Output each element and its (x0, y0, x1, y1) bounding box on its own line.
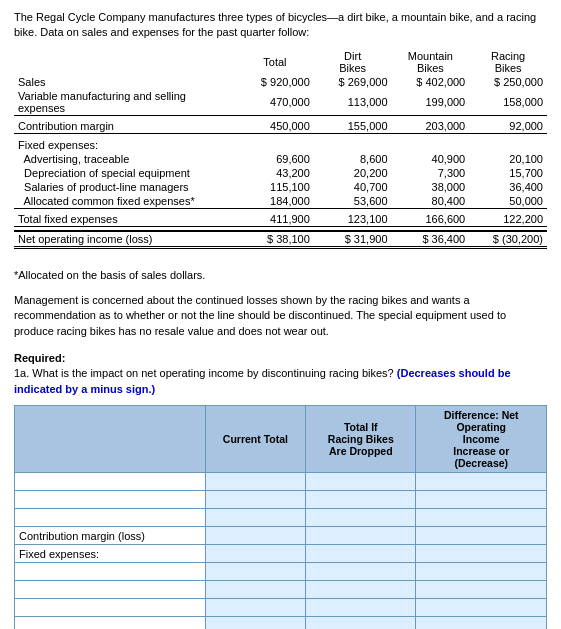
input-row[interactable] (15, 509, 547, 527)
table-row: Advertising, traceable 69,600 8,600 40,9… (14, 152, 547, 166)
row-dirt (314, 138, 392, 152)
difference-input[interactable] (420, 602, 542, 614)
total-if-input[interactable] (310, 530, 411, 542)
table-row: Total fixed expenses 411,900 123,100 166… (14, 212, 547, 227)
difference-input[interactable] (420, 494, 542, 506)
input-row[interactable] (15, 599, 547, 617)
input-current[interactable] (205, 599, 305, 617)
input-current[interactable] (205, 563, 305, 581)
row-racing: 36,400 (469, 180, 547, 194)
col-header-total: Total (236, 49, 314, 75)
row-total: 43,200 (236, 166, 314, 180)
row-dirt: 40,700 (314, 180, 392, 194)
table-row: Salaries of product-line managers 115,10… (14, 180, 547, 194)
row-label: Variable manufacturing and selling expen… (14, 89, 236, 116)
total-if-input[interactable] (310, 512, 411, 524)
total-if-input[interactable] (310, 566, 411, 578)
row-dirt: 20,200 (314, 166, 392, 180)
row-total (236, 138, 314, 152)
input-difference[interactable] (416, 599, 547, 617)
current-input[interactable] (210, 620, 301, 629)
current-input[interactable] (210, 548, 301, 560)
row-dirt: 53,600 (314, 194, 392, 209)
input-row[interactable] (15, 491, 547, 509)
total-if-input[interactable] (310, 620, 411, 629)
input-total-if[interactable] (306, 527, 416, 545)
current-input[interactable] (210, 566, 301, 578)
input-row[interactable] (15, 581, 547, 599)
input-difference[interactable] (416, 581, 547, 599)
input-total-if[interactable] (306, 473, 416, 491)
difference-input[interactable] (420, 512, 542, 524)
input-row[interactable] (15, 617, 547, 629)
total-if-input[interactable] (310, 476, 411, 488)
input-difference[interactable] (416, 563, 547, 581)
input-difference[interactable] (416, 509, 547, 527)
row-label: Fixed expenses: (14, 138, 236, 152)
input-current[interactable] (205, 509, 305, 527)
input-total-if[interactable] (306, 599, 416, 617)
current-input[interactable] (210, 512, 301, 524)
row-mountain: 40,900 (392, 152, 470, 166)
input-difference[interactable] (416, 617, 547, 629)
question-text: 1a. What is the impact on net operating … (14, 367, 394, 379)
input-current[interactable] (205, 527, 305, 545)
current-input[interactable] (210, 530, 301, 542)
row-dirt: 8,600 (314, 152, 392, 166)
col-header-total-if: Total IfRacing BikesAre Dropped (306, 406, 416, 473)
management-text: Management is concerned about the contin… (14, 293, 547, 339)
difference-input[interactable] (420, 530, 542, 542)
difference-input[interactable] (420, 584, 542, 596)
input-difference[interactable] (416, 527, 547, 545)
input-total-if[interactable] (306, 491, 416, 509)
row-dirt: 155,000 (314, 119, 392, 134)
input-difference[interactable] (416, 473, 547, 491)
input-total-if[interactable] (306, 617, 416, 629)
row-label: Allocated common fixed expenses* (14, 194, 236, 209)
interactive-table: Current Total Total IfRacing BikesAre Dr… (14, 405, 547, 629)
current-input[interactable] (210, 494, 301, 506)
row-dirt: 123,100 (314, 212, 392, 227)
row-racing: $ 250,000 (469, 75, 547, 89)
input-current[interactable] (205, 545, 305, 563)
row-racing: 15,700 (469, 166, 547, 180)
input-total-if[interactable] (306, 509, 416, 527)
row-label-cell (15, 509, 206, 527)
row-total: 470,000 (236, 89, 314, 116)
input-total-if[interactable] (306, 581, 416, 599)
input-total-if[interactable] (306, 563, 416, 581)
col-header-difference: Difference: NetOperatingIncomeIncrease o… (416, 406, 547, 473)
input-difference[interactable] (416, 545, 547, 563)
total-if-input[interactable] (310, 494, 411, 506)
row-label: Sales (14, 75, 236, 89)
row-label: Net operating income (loss) (14, 231, 236, 248)
table-row: Variable manufacturing and selling expen… (14, 89, 547, 116)
row-racing: 122,200 (469, 212, 547, 227)
row-label-cell (15, 473, 206, 491)
input-total-if[interactable] (306, 545, 416, 563)
input-row[interactable] (15, 473, 547, 491)
row-label-cell (15, 599, 206, 617)
row-mountain: 80,400 (392, 194, 470, 209)
row-total: 411,900 (236, 212, 314, 227)
current-input[interactable] (210, 584, 301, 596)
input-difference[interactable] (416, 491, 547, 509)
input-current[interactable] (205, 491, 305, 509)
difference-input[interactable] (420, 548, 542, 560)
total-if-input[interactable] (310, 602, 411, 614)
current-input[interactable] (210, 476, 301, 488)
fixed-expenses-label: Fixed expenses: (15, 545, 206, 563)
input-current[interactable] (205, 581, 305, 599)
input-current[interactable] (205, 617, 305, 629)
input-row[interactable] (15, 563, 547, 581)
input-current[interactable] (205, 473, 305, 491)
table-row: Depreciation of special equipment 43,200… (14, 166, 547, 180)
difference-input[interactable] (420, 476, 542, 488)
section-label-row: Fixed expenses: (15, 545, 547, 563)
current-input[interactable] (210, 602, 301, 614)
row-total: 115,100 (236, 180, 314, 194)
difference-input[interactable] (420, 566, 542, 578)
total-if-input[interactable] (310, 548, 411, 560)
difference-input[interactable] (420, 620, 542, 629)
total-if-input[interactable] (310, 584, 411, 596)
